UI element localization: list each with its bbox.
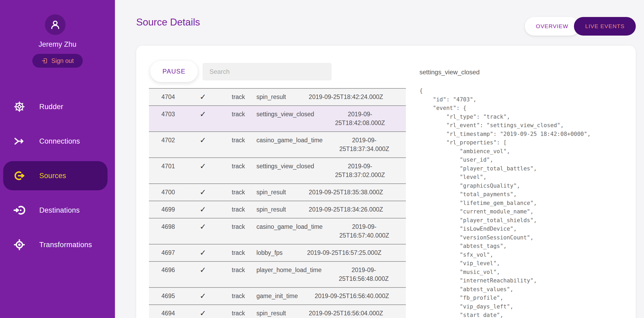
event-id-cell: 4700: [149, 188, 187, 197]
event-detail-panel: settings_view_closed { "id": "4703", "ev…: [419, 64, 625, 318]
event-status-cell: ✓: [187, 162, 219, 171]
event-id-cell: 4698: [149, 222, 187, 231]
event-id-cell: 4697: [149, 248, 187, 257]
event-name-cell: spin_result: [256, 188, 286, 197]
event-id-cell: 4699: [149, 205, 187, 214]
sidebar-item-label: Sources: [39, 172, 66, 180]
user-icon: [49, 19, 61, 31]
success-check-icon: ✓: [200, 222, 206, 231]
sidebar-item-sources[interactable]: Sources: [3, 161, 108, 190]
sidebar-item-label: Transformations: [39, 241, 92, 249]
overview-button[interactable]: OVERVIEW: [525, 17, 579, 36]
event-detail-json: { "id": "4703", "event": { "rl_type": "t…: [419, 87, 625, 318]
event-type-cell: track: [219, 309, 256, 318]
event-timestamp-cell: 2019-09-25T18:37:02.000Z: [314, 162, 406, 179]
event-type-cell: track: [219, 188, 256, 197]
table-row[interactable]: 4699 ✓ track spin_result 2019-09-25T18:3…: [149, 201, 406, 218]
live-events-card: PAUSE 4704 ✓ track spin_result 2019-09-2…: [136, 46, 636, 318]
event-status-cell: ✓: [187, 136, 219, 145]
success-check-icon: ✓: [200, 248, 206, 257]
success-check-icon: ✓: [200, 309, 206, 317]
success-check-icon: ✓: [200, 292, 206, 300]
success-check-icon: ✓: [200, 266, 206, 274]
source-arrow-icon: [13, 170, 25, 182]
success-check-icon: ✓: [200, 136, 206, 144]
event-timestamp-cell: 2019-09-25T16:56:04.000Z: [286, 309, 406, 318]
table-row[interactable]: 4701 ✓ track settings_view_closed 2019-0…: [149, 158, 406, 184]
event-timestamp-cell: 2019-09-25T18:42:24.000Z: [286, 93, 406, 101]
event-timestamp-cell: 2019-09-25T18:34:26.000Z: [286, 205, 406, 214]
sidebar-item-rudder[interactable]: Rudder: [3, 92, 108, 121]
event-status-cell: ✓: [187, 188, 219, 197]
event-name-cell: casino_game_load_time: [256, 136, 323, 145]
sidebar-item-transformations[interactable]: Transformations: [3, 230, 108, 259]
event-name-cell: spin_result: [256, 93, 286, 101]
sidebar-item-label: Rudder: [39, 103, 63, 111]
event-id-cell: 4694: [149, 309, 187, 318]
event-status-cell: ✓: [187, 110, 219, 119]
sidebar-item-label: Connections: [39, 137, 80, 145]
event-name-cell: settings_view_closed: [256, 162, 314, 171]
event-type-cell: track: [219, 93, 256, 101]
table-row[interactable]: 4703 ✓ track settings_view_closed 2019-0…: [149, 106, 406, 132]
event-name-cell: lobby_fps: [256, 248, 282, 257]
table-row[interactable]: 4702 ✓ track casino_game_load_time 2019-…: [149, 132, 406, 158]
table-row[interactable]: 4698 ✓ track casino_game_load_time 2019-…: [149, 218, 406, 244]
table-row[interactable]: 4697 ✓ track lobby_fps 2019-09-25T16:57:…: [149, 244, 406, 262]
event-status-cell: ✓: [187, 248, 219, 257]
event-status-cell: ✓: [187, 222, 219, 231]
event-type-cell: track: [219, 292, 256, 300]
event-type-cell: track: [219, 110, 256, 119]
sidebar-item-label: Destinations: [39, 206, 80, 214]
event-detail-title: settings_view_closed: [419, 68, 625, 76]
destination-arrow-icon: [13, 204, 25, 216]
helm-icon: [13, 101, 25, 113]
event-timestamp-cell: 2019-09-25T16:57:25.000Z: [282, 248, 406, 257]
event-type-cell: track: [219, 136, 256, 145]
target-icon: [13, 239, 25, 251]
event-name-cell: spin_result: [256, 309, 286, 318]
event-type-cell: track: [219, 205, 256, 214]
event-timestamp-cell: 2019-09-25T18:42:08.000Z: [314, 110, 406, 127]
table-row[interactable]: 4695 ✓ track game_init_time 2019-09-25T1…: [149, 288, 406, 305]
event-id-cell: 4703: [149, 110, 187, 119]
event-status-cell: ✓: [187, 266, 219, 274]
event-status-cell: ✓: [187, 93, 219, 101]
live-events-button[interactable]: LIVE EVENTS: [574, 17, 636, 36]
search-input[interactable]: [203, 63, 332, 80]
event-timestamp-cell: 2019-09-25T18:37:34.000Z: [323, 136, 406, 153]
event-type-cell: track: [219, 248, 256, 257]
table-row[interactable]: 4694 ✓ track spin_result 2019-09-25T16:5…: [149, 305, 406, 318]
sign-out-button[interactable]: Sign out: [32, 54, 83, 68]
event-id-cell: 4695: [149, 292, 187, 300]
success-check-icon: ✓: [200, 162, 206, 170]
success-check-icon: ✓: [200, 205, 206, 214]
event-name-cell: settings_view_closed: [256, 110, 314, 119]
sidebar-item-connections[interactable]: Connections: [3, 127, 108, 156]
sign-out-icon: [41, 58, 48, 64]
avatar: [45, 14, 66, 35]
merge-arrow-icon: [13, 135, 25, 147]
success-check-icon: ✓: [200, 93, 206, 101]
pause-button[interactable]: PAUSE: [150, 61, 198, 82]
table-row[interactable]: 4704 ✓ track spin_result 2019-09-25T18:4…: [149, 89, 406, 106]
event-timestamp-cell: 2019-09-25T16:57:40.000Z: [323, 222, 406, 240]
event-id-cell: 4704: [149, 93, 187, 101]
events-table: 4704 ✓ track spin_result 2019-09-25T18:4…: [149, 88, 406, 318]
sidebar: Jeremy Zhu Sign out Rudder Connections S…: [0, 0, 115, 318]
event-id-cell: 4701: [149, 162, 187, 171]
table-row[interactable]: 4696 ✓ track player_home_load_time 2019-…: [149, 262, 406, 288]
page-title: Source Details: [136, 17, 200, 28]
event-name-cell: spin_result: [256, 205, 286, 214]
event-name-cell: game_init_time: [256, 292, 298, 300]
event-timestamp-cell: 2019-09-25T16:56:48.000Z: [322, 266, 406, 283]
sidebar-item-destinations[interactable]: Destinations: [3, 196, 108, 225]
event-status-cell: ✓: [187, 309, 219, 318]
sidebar-nav: Rudder Connections Sources Destinations …: [0, 92, 115, 265]
event-name-cell: player_home_load_time: [256, 266, 322, 274]
table-row[interactable]: 4700 ✓ track spin_result 2019-09-25T18:3…: [149, 184, 406, 201]
success-check-icon: ✓: [200, 110, 206, 118]
event-id-cell: 4702: [149, 136, 187, 145]
event-type-cell: track: [219, 222, 256, 231]
event-status-cell: ✓: [187, 205, 219, 214]
